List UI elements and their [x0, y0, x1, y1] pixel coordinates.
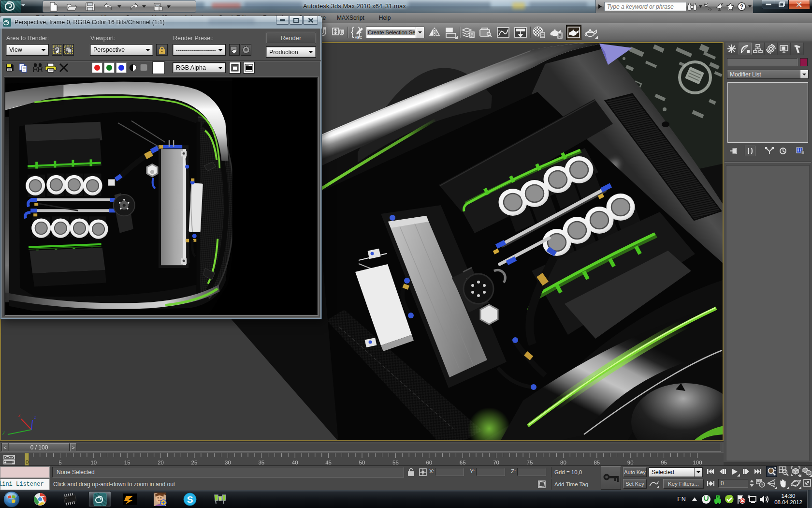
- set-key-button[interactable]: Set Key: [623, 479, 647, 489]
- volume-tray-icon[interactable]: [758, 493, 770, 505]
- render-setup-button[interactable]: [549, 25, 564, 40]
- taskbar-chrome-button[interactable]: [29, 491, 51, 507]
- modifier-list-arrow-icon[interactable]: [800, 70, 808, 78]
- go-to-end-button[interactable]: [753, 466, 763, 477]
- frame-spinner[interactable]: [749, 479, 754, 488]
- layer-manager-button[interactable]: [461, 25, 476, 40]
- pin-stack-button[interactable]: [728, 146, 739, 156]
- menu-help[interactable]: Help: [375, 15, 395, 21]
- tab-utilities[interactable]: [791, 43, 804, 55]
- rfw-titlebar[interactable]: Perspective, frame 0, RGBA Color 16 Bits…: [0, 16, 322, 29]
- named-selection-set-combo[interactable]: Create Selection Se: [366, 27, 424, 38]
- search-input[interactable]: [604, 2, 686, 11]
- next-frame-transport-button[interactable]: [741, 466, 751, 477]
- minimize-button[interactable]: [762, 0, 775, 9]
- communication-center-icon[interactable]: [714, 1, 725, 12]
- modifier-list-dropdown[interactable]: Modifier List: [727, 70, 809, 79]
- container-explorer-button[interactable]: [478, 25, 493, 40]
- show-hidden-icons-button[interactable]: [689, 493, 700, 505]
- tab-hierarchy[interactable]: [752, 43, 765, 55]
- zoom-extents-all-button[interactable]: [802, 466, 812, 477]
- align-button[interactable]: [444, 25, 458, 40]
- auto-key-button[interactable]: Auto Key: [623, 467, 647, 477]
- restore-button[interactable]: [775, 0, 788, 9]
- set-keys-button[interactable]: [601, 466, 621, 490]
- make-unique-button[interactable]: [764, 146, 775, 156]
- absolute-offset-toggle[interactable]: [418, 467, 428, 477]
- tray-clock[interactable]: 14:3008.04.2012: [770, 493, 807, 506]
- zoom-extents-button[interactable]: [790, 466, 801, 477]
- undo-caret-icon[interactable]: [117, 1, 121, 12]
- show-end-result-button[interactable]: [745, 146, 755, 156]
- field-of-view-button[interactable]: [766, 478, 777, 489]
- alpha-channel-toggle[interactable]: [129, 64, 137, 72]
- utorrent-tray-icon[interactable]: [700, 493, 712, 505]
- render-preset-dropdown[interactable]: ---------------------: [173, 44, 226, 56]
- configure-modifier-sets-button[interactable]: [795, 146, 806, 156]
- start-button[interactable]: [2, 491, 22, 508]
- previous-frame-transport-button[interactable]: [718, 466, 727, 477]
- language-indicator[interactable]: EN: [674, 496, 689, 503]
- taskbar-avatar-app-button[interactable]: [148, 491, 171, 507]
- viewport-dropdown[interactable]: Perspective: [90, 44, 153, 56]
- redo-button[interactable]: [127, 1, 140, 12]
- selection-lock-toggle[interactable]: [406, 467, 416, 477]
- lock-viewport-button[interactable]: [156, 44, 168, 56]
- image-window-button[interactable]: [243, 62, 255, 74]
- application-menu-button[interactable]: [0, 0, 21, 13]
- maximize-viewport-toggle[interactable]: [802, 478, 812, 489]
- copy-image-button[interactable]: [18, 63, 29, 73]
- print-image-button[interactable]: [45, 63, 57, 73]
- render-target-dropdown[interactable]: Production: [266, 46, 316, 58]
- save-button[interactable]: [84, 1, 97, 12]
- orbit-view-button[interactable]: [790, 478, 801, 489]
- current-frame-marker[interactable]: 0: [25, 453, 29, 466]
- monochrome-toggle[interactable]: [140, 64, 147, 71]
- taskbar-qip-button[interactable]: [208, 491, 231, 507]
- percent-snap-toggle-button[interactable]: [331, 25, 345, 40]
- search-icon[interactable]: [687, 1, 697, 12]
- material-editor-button[interactable]: [532, 25, 546, 40]
- tab-modify[interactable]: [739, 43, 752, 55]
- render-to-viewport-button[interactable]: [229, 44, 240, 56]
- redo-caret-icon[interactable]: [142, 1, 146, 12]
- track-bar[interactable]: 0510152025303540455055606570758085909510…: [0, 452, 724, 465]
- tab-motion[interactable]: [765, 43, 778, 55]
- default-tangent-button[interactable]: [649, 479, 659, 489]
- search-expand-icon[interactable]: [597, 1, 604, 12]
- x-coord-field[interactable]: [435, 468, 464, 476]
- taskbar-chip-app-button[interactable]: [58, 491, 81, 507]
- macro-recorder-pane[interactable]: [0, 466, 50, 478]
- layers-dialog-button[interactable]: [229, 62, 241, 74]
- play-animation-button[interactable]: [730, 466, 740, 477]
- channel-display-dropdown[interactable]: RGB Alpha: [173, 62, 226, 73]
- blue-channel-toggle[interactable]: [116, 62, 127, 73]
- project-folder-button[interactable]: [151, 1, 164, 12]
- save-image-button[interactable]: [5, 63, 15, 73]
- clear-image-button[interactable]: [59, 63, 70, 73]
- taskbar-z-app-button[interactable]: [118, 491, 141, 507]
- network-tray-icon[interactable]: [747, 493, 758, 505]
- tab-create[interactable]: [725, 43, 739, 55]
- taskbar-3dsmax-button[interactable]: [88, 491, 111, 507]
- object-color-swatch[interactable]: [800, 58, 808, 66]
- object-name-field[interactable]: [727, 58, 798, 66]
- selection-set-dropdown-arrow[interactable]: [416, 27, 424, 38]
- remove-modifier-button[interactable]: [778, 146, 788, 156]
- taskbar-skype-button[interactable]: S: [178, 491, 201, 507]
- zoom-all-button[interactable]: [778, 466, 789, 477]
- key-filters-button[interactable]: Key Filters...: [663, 479, 704, 489]
- open-file-button[interactable]: [65, 1, 78, 12]
- key-mode-toggle[interactable]: [706, 478, 715, 489]
- rfw-maximize-button[interactable]: [290, 16, 303, 25]
- toolbar-options-caret-icon[interactable]: [167, 1, 171, 12]
- next-frame-button[interactable]: >: [70, 443, 76, 451]
- help-caret-icon[interactable]: [747, 1, 752, 12]
- time-slider-track[interactable]: < 0 / 100 >: [1, 443, 721, 452]
- isolate-selection-toggle[interactable]: [537, 480, 546, 489]
- action-center-flag-icon[interactable]: [735, 493, 747, 505]
- current-frame-field[interactable]: 0: [718, 479, 748, 488]
- qip-tray-icon[interactable]: [712, 493, 724, 505]
- mini-curve-editor-button[interactable]: [2, 454, 16, 465]
- show-desktop-button[interactable]: [807, 490, 812, 508]
